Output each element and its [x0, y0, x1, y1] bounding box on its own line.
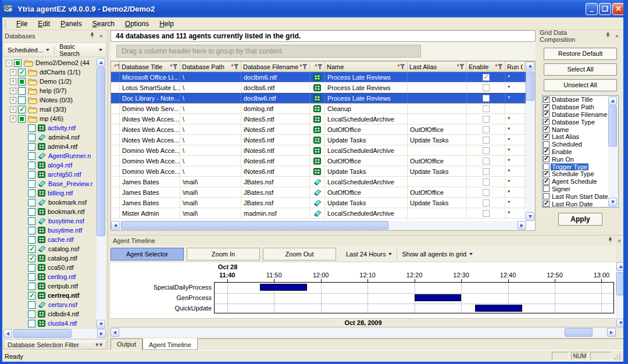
- field-item-name[interactable]: Name: [543, 126, 618, 133]
- tree-checkbox[interactable]: [28, 180, 35, 188]
- enable-checkbox[interactable]: [483, 189, 490, 196]
- agent-run-bar[interactable]: [260, 284, 306, 291]
- filter-icon[interactable]: [456, 63, 465, 70]
- field-item-database-filename[interactable]: Database Filename: [543, 111, 618, 119]
- tree-item-catalog-nsf[interactable]: catalog.nsf: [3, 244, 97, 254]
- zoom-in-button[interactable]: Zoom In: [187, 248, 260, 260]
- tree-checkbox[interactable]: [28, 199, 35, 206]
- tab-agent-timeline[interactable]: Agent Timeline: [142, 338, 198, 350]
- tree-item-billing-ntf[interactable]: billing.ntf: [3, 188, 97, 198]
- restore-default-button[interactable]: Restore Default: [544, 48, 617, 60]
- field-checkbox[interactable]: [543, 193, 550, 199]
- tree-checkbox[interactable]: [28, 264, 35, 272]
- maximize-button[interactable]: ❑: [599, 3, 611, 15]
- enable-checkbox[interactable]: [483, 74, 490, 81]
- expand-icon[interactable]: +: [10, 97, 16, 104]
- tree-checkbox[interactable]: [28, 152, 35, 160]
- grid-row[interactable]: Lotus SmartSuite L...\doclbs6.ntfProcess…: [111, 83, 535, 93]
- expand-icon[interactable]: +: [10, 116, 16, 122]
- tree-checkbox[interactable]: [28, 301, 35, 309]
- tree-item-busytime-ntf[interactable]: busytime.ntf: [3, 226, 97, 235]
- filter-icon[interactable]: [170, 63, 178, 70]
- tree-checkbox[interactable]: [28, 190, 35, 197]
- filter-icon[interactable]: [114, 63, 120, 70]
- menu-options[interactable]: Options: [120, 18, 154, 30]
- tree-checkbox[interactable]: [28, 236, 35, 244]
- tree-checkbox[interactable]: [14, 59, 22, 67]
- tree-checkbox[interactable]: [28, 245, 35, 253]
- tree-item-bookmark-ntf[interactable]: bookmark.ntf: [3, 207, 97, 216]
- field-item-database-path[interactable]: Database Path: [543, 104, 618, 111]
- tree-checkbox[interactable]: [28, 134, 35, 141]
- pin-icon[interactable]: [88, 33, 96, 40]
- tree-item-mp-4-6[interactable]: +mp (4/6): [3, 114, 97, 123]
- field-checkbox[interactable]: [543, 119, 550, 125]
- grid-row[interactable]: James Bates\mail\JBates.nsfUpdate TasksU…: [111, 198, 535, 208]
- tree-checkbox[interactable]: [28, 143, 35, 151]
- field-checkbox[interactable]: [543, 163, 550, 170]
- field-item-database-type[interactable]: Database Type: [543, 118, 618, 126]
- tree-checkbox[interactable]: [18, 87, 26, 95]
- tree-item-catalog-ntf[interactable]: catalog.ntf: [3, 254, 97, 263]
- tree-item-agentrunner-n[interactable]: AgentRunner.n: [3, 151, 97, 160]
- tree-item-cca50-ntf[interactable]: cca50.ntf: [3, 263, 97, 272]
- field-checkbox[interactable]: [543, 171, 550, 177]
- expand-icon[interactable]: +: [10, 69, 16, 76]
- column-header-enable[interactable]: Enable: [467, 62, 505, 72]
- field-item-agent-schedule[interactable]: Agent Schedule: [543, 178, 618, 185]
- grid-row[interactable]: Domino Web Acce...\iNotes6.ntfOutOfOffic…: [111, 156, 535, 166]
- field-checkbox[interactable]: [543, 126, 550, 133]
- tree-checkbox[interactable]: [28, 162, 35, 169]
- tree-checkbox[interactable]: [28, 320, 35, 327]
- field-checkbox[interactable]: [543, 201, 550, 207]
- field-item-database-title[interactable]: Database Title: [543, 96, 618, 104]
- unselect-all-button[interactable]: Unselect All: [544, 79, 617, 91]
- column-header-database-title[interactable]: Database Title: [120, 62, 180, 72]
- tree-checkbox[interactable]: [28, 227, 35, 234]
- tree-checkbox[interactable]: [28, 273, 35, 281]
- column-header-name[interactable]: Name: [325, 62, 408, 72]
- menu-search[interactable]: Search: [87, 18, 120, 30]
- tree-item-cldbdir4-ntf[interactable]: cldbdir4.ntf: [3, 309, 97, 319]
- field-checkbox[interactable]: [543, 156, 550, 162]
- tree-checkbox[interactable]: [18, 115, 26, 123]
- filter-icon[interactable]: [231, 63, 239, 70]
- enable-checkbox[interactable]: [483, 105, 490, 112]
- close-panel-icon[interactable]: ×: [615, 237, 623, 245]
- field-item-signer[interactable]: Signer: [543, 185, 618, 193]
- enable-checkbox[interactable]: [483, 147, 490, 154]
- select-all-button[interactable]: Select All: [544, 63, 617, 76]
- enable-checkbox[interactable]: [483, 116, 490, 123]
- tree-item-bookmark-nsf[interactable]: bookmark.nsf: [3, 198, 97, 207]
- field-checkbox[interactable]: [543, 148, 550, 155]
- agents-filter-dropdown[interactable]: Show all agents in grid: [398, 249, 476, 259]
- tree-checkbox[interactable]: [28, 217, 35, 225]
- menu-file[interactable]: File: [11, 18, 33, 30]
- tree-item-clusta4-ntf[interactable]: clusta4.ntf: [3, 319, 97, 328]
- tree-item-help-0-7[interactable]: +help (0/7): [3, 86, 97, 95]
- field-checkbox[interactable]: [543, 111, 550, 117]
- column-header-database-filename[interactable]: Database Filename: [241, 62, 310, 72]
- basic-search-dropdown[interactable]: Basic Search: [56, 41, 106, 59]
- apply-button[interactable]: Apply: [558, 213, 602, 226]
- field-list-scrollbar[interactable]: [608, 97, 618, 206]
- field-checkbox[interactable]: [543, 134, 550, 140]
- filter-icon[interactable]: [495, 63, 503, 70]
- field-checkbox[interactable]: [543, 141, 550, 148]
- tree-checkbox[interactable]: [28, 171, 35, 179]
- pin-icon[interactable]: [606, 237, 614, 245]
- tree-item-certlog-ntf[interactable]: certlog.ntf: [3, 272, 97, 281]
- tree-item-certpub-ntf[interactable]: certpub.ntf: [3, 281, 97, 291]
- tree-vertical-scrollbar[interactable]: [97, 58, 106, 329]
- tree-item-ddcharts-1-1[interactable]: +ddCharts (1/1): [3, 67, 97, 77]
- tree-item-inotes-0-3[interactable]: +iNotes (0/3): [3, 95, 97, 105]
- grid-row[interactable]: iNotes Web Acces...\iNotes5.ntfOutOfOffi…: [111, 124, 535, 135]
- close-panel-icon[interactable]: ×: [97, 33, 105, 40]
- enable-checkbox[interactable]: [483, 84, 490, 91]
- tree-checkbox[interactable]: [28, 124, 35, 132]
- close-panel-icon[interactable]: ×: [613, 33, 621, 40]
- tree-item-busytime-nsf[interactable]: busytime.nsf: [3, 216, 97, 226]
- field-checkbox[interactable]: [543, 185, 550, 192]
- column-header-last-alias[interactable]: Last Alias: [408, 62, 467, 72]
- agent-selector-button[interactable]: Agent Selector: [110, 248, 184, 260]
